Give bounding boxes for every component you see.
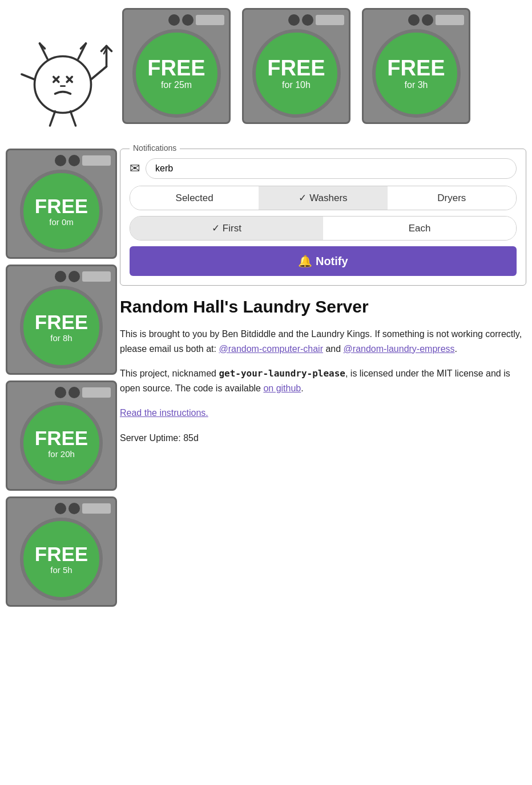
toggle-dryers[interactable]: Dryers	[388, 186, 516, 210]
washer-card-top-1: FREE for 25m	[120, 6, 240, 126]
washer-status-text: FREE	[35, 544, 88, 564]
washer-status-text: FREE	[267, 57, 325, 79]
washer-button	[82, 155, 111, 166]
washer-card-left-2: FREE for 8h	[6, 265, 117, 375]
instructions-paragraph: Read the instructions.	[120, 406, 526, 420]
instructions-link[interactable]: Read the instructions.	[120, 408, 208, 418]
washer-card-top-3: FREE for 3h	[360, 6, 479, 126]
toggle-each[interactable]: Each	[323, 217, 516, 240]
washer-time-text: for 20h	[48, 449, 75, 459]
right-column: Notifications ✉ Selected ✓ Washers Dryer…	[120, 149, 526, 607]
email-icon: ✉	[130, 161, 140, 176]
washer-status-text: FREE	[35, 428, 88, 448]
washer-status-circle: FREE for 3h	[372, 29, 461, 118]
toggle-washers[interactable]: ✓ Washers	[259, 186, 387, 210]
washer-time-text: for 10h	[282, 80, 311, 90]
info-text-p2-start: This project, nicknamed	[120, 369, 219, 378]
svg-line-16	[50, 111, 55, 126]
info-section: Random Hall's Laundry Server This is bro…	[120, 297, 526, 456]
notify-button[interactable]: 🔔 Notify	[130, 246, 517, 276]
washer-time-text: for 5h	[50, 565, 72, 575]
dot-indicator	[288, 14, 300, 26]
washer-button	[196, 15, 224, 25]
toggle-selected[interactable]: Selected	[130, 186, 259, 210]
notifications-legend: Notifications	[130, 143, 180, 153]
dot-indicator	[68, 155, 80, 166]
mascot-cell	[6, 6, 120, 143]
washer-button	[316, 15, 344, 25]
washer-card-left-1: FREE for 0m	[6, 149, 117, 259]
dot-indicator	[55, 155, 66, 166]
info-text-mid: and	[323, 344, 344, 354]
email-input[interactable]	[146, 158, 517, 179]
info-paragraph-2: This project, nicknamed get-your-laundry…	[120, 366, 526, 395]
washer-status-circle: FREE for 8h	[20, 286, 103, 369]
server-uptime: Server Uptime: 85d	[120, 431, 526, 446]
page-title: Random Hall's Laundry Server	[120, 297, 526, 317]
computer-chair-link[interactable]: @random-computer-chair	[219, 344, 323, 354]
svg-line-11	[91, 67, 107, 80]
washer-card-left-4: FREE for 5h	[6, 496, 117, 607]
info-paragraph-1: This is brought to you by Ben Bitdiddle …	[120, 327, 526, 356]
washer-time-text: for 0m	[49, 217, 74, 227]
washer-status-circle: FREE for 5h	[20, 518, 103, 600]
info-text-end: .	[455, 344, 457, 354]
washer-button	[82, 271, 111, 282]
svg-line-17	[71, 111, 76, 126]
email-row: ✉	[130, 158, 517, 179]
dot-indicator	[68, 271, 80, 282]
dot-indicator	[168, 14, 180, 26]
washer-button	[436, 15, 464, 25]
washer-card-top-2: FREE for 10h	[240, 6, 360, 126]
washer-card-left-3: FREE for 20h	[6, 381, 117, 491]
washer-status-circle: FREE for 25m	[132, 29, 221, 118]
dot-indicator	[68, 503, 80, 514]
svg-point-0	[35, 57, 91, 113]
dot-indicator	[55, 503, 66, 514]
washer-button	[82, 503, 111, 514]
washer-time-text: for 8h	[50, 333, 72, 343]
washer-status-circle: FREE for 10h	[252, 29, 341, 118]
toggle-first[interactable]: ✓ First	[130, 217, 323, 240]
notifications-panel: Notifications ✉ Selected ✓ Washers Dryer…	[120, 149, 526, 286]
info-text-p2-final: .	[301, 383, 303, 393]
frequency-toggle-group: ✓ First Each	[130, 216, 517, 241]
dot-indicator	[408, 14, 420, 26]
washer-status-circle: FREE for 20h	[20, 402, 103, 484]
devil-mascot-icon	[11, 11, 114, 137]
github-link[interactable]: on github	[263, 383, 301, 393]
washer-status-circle: FREE for 0m	[20, 170, 103, 253]
dot-indicator	[55, 271, 66, 282]
dot-indicator	[182, 14, 194, 26]
svg-line-10	[22, 74, 35, 79]
laundry-empress-link[interactable]: @random-laundry-empress	[344, 344, 455, 354]
dot-indicator	[68, 387, 80, 398]
washer-status-text: FREE	[35, 312, 88, 332]
dot-indicator	[422, 14, 433, 26]
project-name: get-your-laundry-please	[219, 368, 345, 379]
type-toggle-group: Selected ✓ Washers Dryers	[130, 186, 517, 210]
left-washer-column: FREE for 0m FREE for 8h FREE	[6, 149, 120, 607]
washer-status-text: FREE	[147, 57, 205, 79]
washer-time-text: for 25m	[161, 80, 192, 90]
dot-indicator	[302, 14, 313, 26]
washer-status-text: FREE	[35, 196, 88, 216]
washer-time-text: for 3h	[405, 80, 428, 90]
washer-status-text: FREE	[387, 57, 445, 79]
dot-indicator	[55, 387, 66, 398]
washer-button	[82, 387, 111, 398]
